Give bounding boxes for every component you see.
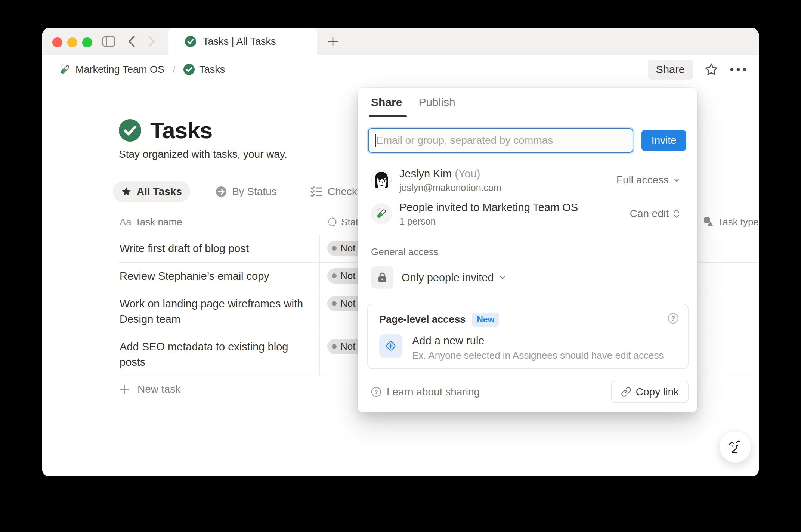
active-tab-underline	[369, 115, 407, 117]
column-header-task-name[interactable]: Aa Task name	[119, 209, 319, 235]
member-you-suffix: (You)	[455, 168, 480, 180]
traffic-lights	[52, 37, 92, 47]
view-tab-by-status[interactable]: By Status	[207, 181, 285, 202]
view-tab-label: All Tasks	[137, 186, 182, 198]
notion-ai-button[interactable]	[719, 431, 751, 463]
close-window-button[interactable]	[52, 37, 62, 47]
general-access-dropdown[interactable]: Only people invited	[371, 266, 507, 289]
chevron-up-down-icon	[672, 209, 681, 219]
breadcrumb-workspace-label: Marketing Team OS	[75, 64, 164, 75]
member-row-jeslyn[interactable]: Jeslyn Kim (You) jeslyn@makenotion.com F…	[371, 169, 681, 191]
page-title-check-icon[interactable]	[119, 119, 141, 142]
tab-title: Tasks | All Tasks	[203, 36, 276, 47]
page-subtitle[interactable]: Stay organized with tasks, your way.	[119, 148, 287, 160]
workspace-test-tube-icon	[371, 203, 392, 224]
page-level-access-card: Page-level access New ? Add a new rule E…	[367, 304, 689, 369]
zoom-window-button[interactable]	[82, 37, 92, 47]
minimize-window-button[interactable]	[67, 37, 77, 47]
tab-share[interactable]: Share	[371, 96, 402, 109]
task-type-cell[interactable]	[698, 290, 759, 333]
rule-title: Add a new rule	[412, 334, 664, 347]
tab-favicon-check-icon	[185, 36, 196, 47]
avatar	[371, 170, 392, 191]
checklist-icon	[310, 186, 322, 197]
copy-link-label: Copy link	[636, 386, 679, 398]
view-tab-all-tasks[interactable]: All Tasks	[113, 181, 190, 202]
new-tab-button[interactable]	[325, 34, 340, 49]
new-badge: New	[472, 313, 499, 327]
browser-tab-bar: Tasks | All Tasks	[42, 28, 759, 55]
member-name: Jeslyn Kim	[399, 168, 452, 180]
active-tab[interactable]: Tasks | All Tasks	[168, 28, 317, 55]
task-name-cell[interactable]: Write first draft of blog post	[119, 235, 319, 262]
status-dot-icon	[332, 301, 337, 306]
status-dot-icon	[332, 344, 337, 349]
access-label: Full access	[616, 174, 669, 186]
sidebar-toggle-icon[interactable]	[102, 36, 115, 47]
forward-icon[interactable]	[148, 35, 156, 48]
invite-email-input[interactable]	[368, 128, 633, 153]
lock-icon	[371, 266, 393, 289]
view-tabs: All Tasks By Status Checklist	[113, 181, 378, 202]
page-title[interactable]: Tasks	[150, 117, 212, 143]
copy-link-button[interactable]: Copy link	[611, 381, 689, 403]
notion-window: Tasks | All Tasks Marketing Team OS /	[42, 28, 759, 476]
general-access-heading: General access	[371, 246, 439, 258]
share-dialog: Share Publish Invite Jeslyn Kim (You) je…	[358, 88, 697, 412]
task-name-cell[interactable]: Review Stephanie’s email copy	[119, 263, 319, 290]
star-icon[interactable]	[704, 62, 718, 77]
notion-ai-face-icon	[726, 438, 744, 456]
more-options-icon[interactable]	[730, 67, 747, 72]
learn-about-sharing-link[interactable]: ? Learn about sharing	[371, 386, 480, 398]
help-icon[interactable]: ?	[668, 313, 679, 324]
page-topbar: Marketing Team OS / Tasks Share	[42, 55, 759, 84]
status-dot-icon	[332, 273, 337, 278]
page-level-access-heading: Page-level access	[379, 314, 466, 325]
chevron-down-icon	[498, 273, 507, 282]
test-tube-icon	[59, 64, 71, 75]
task-type-cell[interactable]	[698, 235, 759, 262]
help-circle-icon: ?	[371, 387, 381, 397]
tab-publish[interactable]: Publish	[418, 96, 455, 109]
diamond-plus-icon	[379, 334, 402, 358]
invite-button[interactable]: Invite	[641, 130, 686, 151]
member-name-line: Jeslyn Kim (You)	[399, 167, 501, 180]
svg-text:?: ?	[671, 315, 675, 322]
chevron-down-icon	[672, 176, 681, 184]
access-label: Can edit	[630, 208, 669, 220]
breadcrumb-workspace[interactable]: Marketing Team OS	[56, 61, 167, 78]
column-header-task-type[interactable]: Task type	[696, 209, 759, 235]
member-email: jeslyn@makenotion.com	[399, 182, 501, 193]
status-dot-icon	[332, 246, 337, 251]
shapes-icon	[703, 217, 714, 227]
task-type-cell[interactable]	[698, 333, 759, 376]
column-label: Task name	[135, 214, 182, 230]
check-circle-icon	[183, 64, 195, 75]
text-caret	[375, 134, 376, 147]
add-new-rule-button[interactable]: Add a new rule Ex. Anyone selected in As…	[379, 334, 664, 361]
share-dialog-tabs: Share Publish	[358, 88, 697, 117]
share-button[interactable]: Share	[648, 60, 693, 80]
group-meta: 1 person	[399, 216, 578, 227]
text-property-icon: Aa	[120, 214, 132, 230]
group-name: People invited to Marketing Team OS	[399, 201, 578, 214]
status-spinner-icon	[327, 217, 337, 227]
task-name-cell[interactable]: Work on landing page wireframes with Des…	[119, 290, 319, 333]
rule-hint: Ex. Anyone selected in Assignees should …	[412, 350, 664, 361]
task-type-cell[interactable]	[698, 263, 759, 290]
learn-label: Learn about sharing	[387, 386, 480, 398]
member-row-people-invited[interactable]: People invited to Marketing Team OS 1 pe…	[371, 203, 681, 225]
task-name-cell[interactable]: Add SEO metadata to existing blog posts	[119, 333, 319, 376]
breadcrumb-page-label: Tasks	[199, 64, 225, 75]
svg-text:?: ?	[374, 389, 378, 395]
view-tab-label: By Status	[232, 186, 277, 198]
new-task-label: New task	[137, 383, 180, 395]
star-filled-icon	[121, 186, 132, 197]
breadcrumb-page[interactable]: Tasks	[180, 62, 228, 78]
access-dropdown-full-access[interactable]: Full access	[616, 174, 681, 186]
general-access-value: Only people invited	[402, 272, 494, 284]
arrow-circle-icon	[216, 186, 227, 197]
back-icon[interactable]	[127, 35, 136, 48]
access-dropdown-can-edit[interactable]: Can edit	[630, 208, 681, 220]
breadcrumb: Marketing Team OS / Tasks	[42, 61, 228, 78]
